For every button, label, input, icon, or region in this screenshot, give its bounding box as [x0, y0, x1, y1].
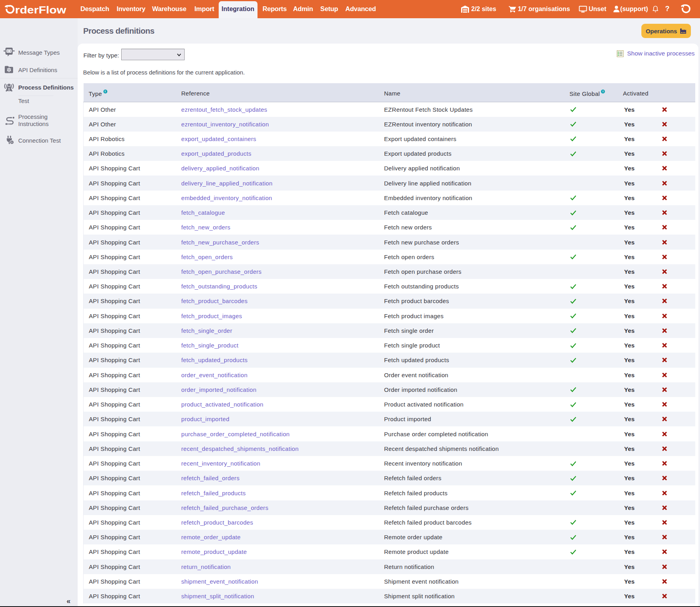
svg-text:rderFlow: rderFlow: [15, 4, 67, 15]
